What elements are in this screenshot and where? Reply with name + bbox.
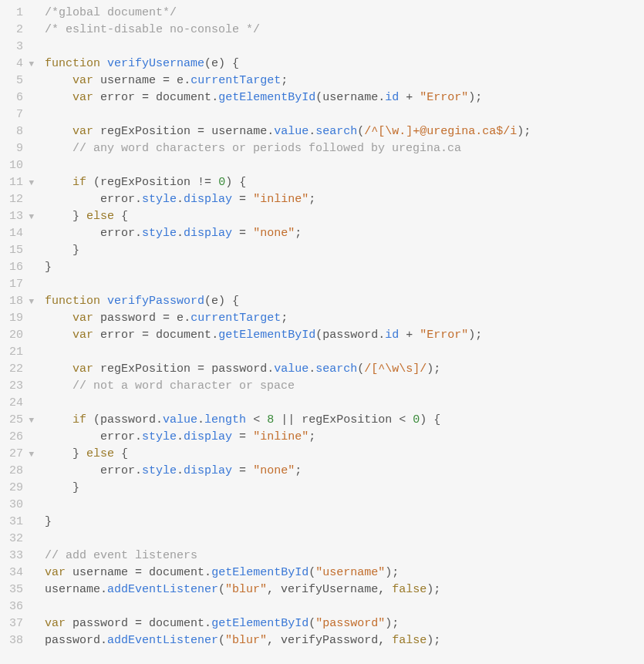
code-line[interactable]: var error = document.getElementById(pass…: [45, 327, 644, 344]
line-number[interactable]: 31: [0, 514, 39, 531]
code-area[interactable]: /*global document*//* eslint-disable no-…: [39, 0, 644, 664]
token-keyword: else: [86, 447, 114, 460]
line-number[interactable]: 13▼: [0, 208, 39, 225]
line-number[interactable]: 15: [0, 242, 39, 259]
code-line[interactable]: [45, 157, 644, 174]
code-line[interactable]: [45, 39, 644, 56]
token-punct: [170, 74, 177, 87]
line-number[interactable]: 36: [0, 598, 39, 615]
code-line[interactable]: /*global document*/: [45, 5, 644, 22]
token-punct: .: [135, 227, 142, 240]
code-line[interactable]: // add event listeners: [45, 548, 644, 565]
line-number[interactable]: 34: [0, 565, 39, 581]
code-line[interactable]: error.style.display = "inline";: [45, 429, 644, 446]
line-number[interactable]: 10: [0, 157, 39, 174]
token-punct: [246, 464, 253, 477]
line-number[interactable]: 1: [0, 5, 39, 22]
code-line[interactable]: error.style.display = "inline";: [45, 191, 644, 208]
code-editor[interactable]: 1234▼567891011▼1213▼1415161718▼192021222…: [0, 0, 644, 664]
code-line[interactable]: var password = document.getElementById("…: [45, 615, 644, 632]
line-number[interactable]: 4▼: [0, 56, 39, 72]
code-line[interactable]: } else {: [45, 208, 644, 225]
fold-toggle-icon[interactable]: ▼: [26, 174, 34, 191]
code-line[interactable]: error.style.display = "none";: [45, 225, 644, 242]
code-line[interactable]: }: [45, 242, 644, 259]
token-operator: =: [163, 74, 170, 87]
line-number[interactable]: 26: [0, 429, 39, 446]
line-number[interactable]: 19: [0, 310, 39, 327]
line-number-gutter[interactable]: 1234▼567891011▼1213▼1415161718▼192021222…: [0, 0, 39, 664]
code-line[interactable]: var password = e.currentTarget;: [45, 310, 644, 327]
line-number[interactable]: 3: [0, 39, 39, 56]
token-punct: [45, 430, 100, 443]
token-punct: ) {: [420, 413, 440, 426]
code-line[interactable]: [45, 106, 644, 123]
line-number[interactable]: 5: [0, 72, 39, 89]
line-number[interactable]: 22: [0, 361, 39, 378]
code-line[interactable]: username.addEventListener("blur", verify…: [45, 581, 644, 598]
code-line[interactable]: if (password.value.length < 8 || regExPo…: [45, 412, 644, 429]
code-line[interactable]: error.style.display = "none";: [45, 463, 644, 480]
line-number[interactable]: 33: [0, 548, 39, 565]
code-line[interactable]: [45, 344, 644, 361]
line-number[interactable]: 2: [0, 22, 39, 39]
line-number[interactable]: 16: [0, 259, 39, 276]
token-ident: document: [149, 566, 204, 579]
line-number[interactable]: 29: [0, 480, 39, 497]
code-line[interactable]: var error = document.getElementById(user…: [45, 89, 644, 106]
code-line[interactable]: password.addEventListener("blur", verify…: [45, 632, 644, 649]
line-number[interactable]: 17: [0, 276, 39, 293]
code-line[interactable]: var regExPosition = username.value.searc…: [45, 123, 644, 140]
code-line[interactable]: [45, 497, 644, 514]
line-number[interactable]: 11▼: [0, 174, 39, 191]
code-line[interactable]: }: [45, 480, 644, 497]
line-number[interactable]: 27▼: [0, 446, 39, 463]
code-line[interactable]: function verifyPassword(e) {: [45, 293, 644, 310]
line-number[interactable]: 7: [0, 106, 39, 123]
line-number[interactable]: 12: [0, 191, 39, 208]
code-line[interactable]: [45, 276, 644, 293]
code-line[interactable]: [45, 531, 644, 548]
code-line[interactable]: function verifyUsername(e) {: [45, 56, 644, 72]
token-punct: .: [211, 91, 218, 104]
line-number[interactable]: 30: [0, 497, 39, 514]
token-prop: value: [274, 362, 309, 376]
line-number[interactable]: 18▼: [0, 293, 39, 310]
line-number-text: 23: [9, 378, 23, 395]
line-number[interactable]: 6: [0, 89, 39, 106]
line-number[interactable]: 14: [0, 225, 39, 242]
line-number[interactable]: 20: [0, 327, 39, 344]
code-line[interactable]: var username = e.currentTarget;: [45, 72, 644, 89]
code-line[interactable]: }: [45, 259, 644, 276]
line-number[interactable]: 37: [0, 615, 39, 632]
line-number[interactable]: 9: [0, 140, 39, 157]
code-line[interactable]: [45, 395, 644, 412]
line-number[interactable]: 35: [0, 581, 39, 598]
line-number[interactable]: 24: [0, 395, 39, 412]
line-number[interactable]: 32: [0, 531, 39, 548]
line-number[interactable]: 21: [0, 344, 39, 361]
code-line[interactable]: /* eslint-disable no-console */: [45, 22, 644, 39]
line-number[interactable]: 38: [0, 632, 39, 649]
fold-toggle-icon[interactable]: ▼: [26, 446, 34, 463]
token-operator: =: [239, 227, 246, 240]
code-line[interactable]: var username = document.getElementById("…: [45, 565, 644, 581]
token-ident: regExPosition: [302, 413, 392, 426]
line-number[interactable]: 8: [0, 123, 39, 140]
fold-toggle-icon[interactable]: ▼: [26, 412, 34, 429]
code-line[interactable]: [45, 598, 644, 615]
code-line[interactable]: // any word characters or periods follow…: [45, 140, 644, 157]
fold-toggle-icon[interactable]: ▼: [26, 208, 34, 225]
token-punct: [204, 362, 211, 376]
fold-toggle-icon[interactable]: ▼: [26, 56, 34, 72]
line-number[interactable]: 25▼: [0, 412, 39, 429]
code-line[interactable]: } else {: [45, 446, 644, 463]
code-line[interactable]: // not a word character or space: [45, 378, 644, 395]
code-line[interactable]: if (regExPosition != 0) {: [45, 174, 644, 191]
fold-toggle-icon[interactable]: ▼: [26, 293, 34, 310]
line-number[interactable]: 28: [0, 463, 39, 480]
token-ident: username: [72, 566, 128, 579]
code-line[interactable]: }: [45, 514, 644, 531]
line-number[interactable]: 23: [0, 378, 39, 395]
code-line[interactable]: var regExPosition = password.value.searc…: [45, 361, 644, 378]
